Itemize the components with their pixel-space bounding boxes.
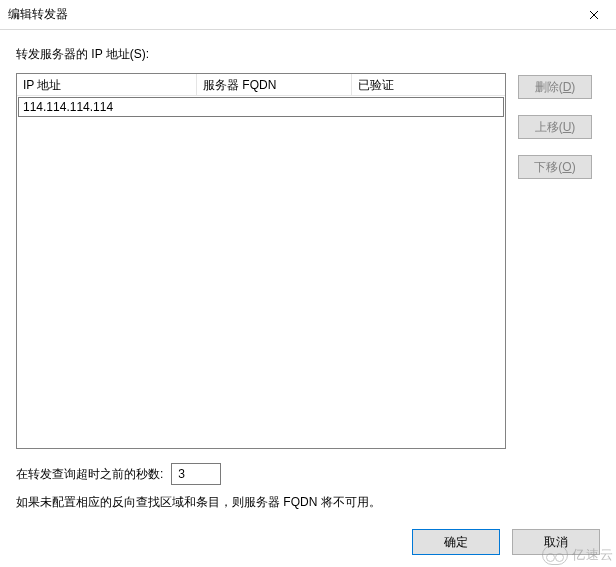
- timeout-label: 在转发查询超时之前的秒数:: [16, 466, 163, 483]
- ip-address-input[interactable]: [19, 98, 503, 116]
- cancel-button[interactable]: 取消: [512, 529, 600, 555]
- timeout-input[interactable]: [171, 463, 221, 485]
- ok-button[interactable]: 确定: [412, 529, 500, 555]
- delete-button[interactable]: 删除(D): [518, 75, 592, 99]
- move-up-button[interactable]: 上移(U): [518, 115, 592, 139]
- ip-list-label: 转发服务器的 IP 地址(S):: [16, 46, 600, 63]
- timeout-row: 在转发查询超时之前的秒数:: [16, 463, 600, 485]
- column-header-verified[interactable]: 已验证: [352, 74, 505, 96]
- table-header: IP 地址 服务器 FQDN 已验证: [17, 74, 505, 96]
- note-text: 如果未配置相应的反向查找区域和条目，则服务器 FQDN 将不可用。: [16, 493, 600, 511]
- main-row: IP 地址 服务器 FQDN 已验证 删除(D) 上移(U) 下移(O): [16, 73, 600, 449]
- window-title: 编辑转发器: [8, 6, 68, 23]
- column-header-fqdn[interactable]: 服务器 FQDN: [197, 74, 352, 96]
- close-button[interactable]: [571, 0, 616, 30]
- close-icon: [589, 10, 599, 20]
- title-bar: 编辑转发器: [0, 0, 616, 30]
- side-button-group: 删除(D) 上移(U) 下移(O): [518, 75, 592, 449]
- ip-entry-row: [18, 97, 504, 117]
- dialog-footer: 确定 取消: [412, 529, 600, 555]
- forwarders-table: IP 地址 服务器 FQDN 已验证: [16, 73, 506, 449]
- move-down-button[interactable]: 下移(O): [518, 155, 592, 179]
- dialog-content: 转发服务器的 IP 地址(S): IP 地址 服务器 FQDN 已验证 删除(D…: [0, 30, 616, 567]
- column-header-ip[interactable]: IP 地址: [17, 74, 197, 96]
